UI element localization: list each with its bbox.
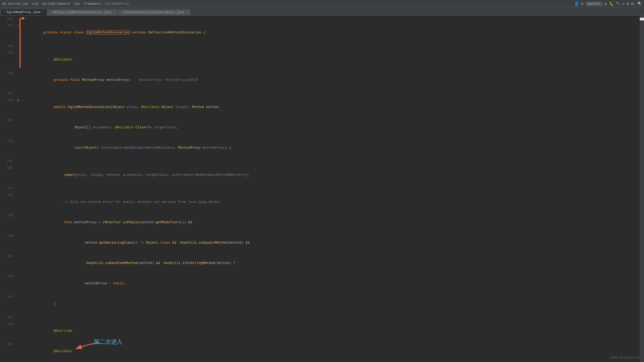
tab-label-cglib: CglibAopProxy.java (7, 10, 41, 14)
tab-close-reflective[interactable]: ✕ (113, 11, 115, 14)
bookmark-icon: @ (17, 97, 19, 104)
tab-icon-cglib: C (4, 11, 6, 14)
code-line-729: 729 @Nullable (0, 50, 640, 70)
config-name: AopTest (585, 2, 603, 6)
tab-label-reflective: ReflectiveMethodInvocation.java (53, 11, 111, 14)
tab-expose[interactable]: C ExposeInvocationInterceptor.java ✕ (118, 9, 190, 15)
breadcrumb-framework: framework (84, 2, 101, 6)
code-line-735: 735 (0, 158, 640, 165)
right-scrollbar[interactable]: 📖 (640, 16, 644, 362)
red-arrow-svg (49, 342, 102, 351)
up-arrow-icon: ↑ (17, 22, 20, 29)
code-area[interactable]: 726 */ 727 ↑ private static class CglibM… (0, 16, 640, 362)
code-line-736: 736 super(proxy, target, method, argumen… (0, 165, 640, 185)
code-line-727: 727 ↑ private static class CglibMethodIn… (0, 22, 640, 43)
code-line-738: 738 // Only use method proxy for public … (0, 192, 640, 212)
user-icon: 👤 (574, 1, 579, 7)
code-line-731: 731 (0, 90, 640, 97)
breadcrumb-jar: aE-sources.jar (2, 2, 28, 6)
code-line-728: 728 (0, 43, 640, 50)
run-button[interactable]: ▶ (605, 1, 608, 7)
code-line-745: 745 @Override (0, 321, 640, 341)
code-line-730: 730 private final MethodProxy methodProx… (0, 70, 640, 90)
code-line-733: 733 Object[] arguments, @Nullable Class<… (0, 117, 640, 138)
watermark: CSDN @不知名的文坤 (610, 355, 640, 360)
code-line-734: 734 List<Object> interceptorsAndDynamicM… (0, 138, 640, 158)
code-line-732: 732 @ public CglibMethodInvocation(Objec… (0, 97, 640, 117)
toolbar-right: 👤 ⚙ AopTest ▶ 🐛 🔨 ↻ ■ A↔ 🔍 (574, 1, 642, 7)
code-line-746: 746 @Nullable 第二次进入 (0, 341, 640, 362)
book-icon: 📖 (639, 17, 644, 22)
tab-label-expose: ExposeInvocationInterceptor.java (124, 11, 184, 14)
code-line-737: 737 (0, 185, 640, 192)
code-line-742: 742 methodProxy : null); (0, 273, 640, 294)
breadcrumb-org: org (32, 2, 38, 6)
code-line-740: 740 method.getDeclaringClass() != Object… (0, 233, 640, 253)
debug-button[interactable]: 🐛 (609, 2, 614, 6)
code-line-744: 744 (0, 314, 640, 321)
top-bar: aE-sources.jar › org › springframework ›… (0, 0, 644, 8)
code-line-743: 743 } (0, 294, 640, 314)
settings-icon[interactable]: ⚙ (581, 2, 583, 6)
search-button[interactable]: 🔍 (637, 2, 642, 6)
code-line-739: 739 this.methodProxy = (Modifier.isPubli… (0, 212, 640, 233)
tab-bar: C CglibAopProxy.java ✕ C ReflectiveMetho… (0, 8, 644, 16)
breadcrumb-aop: aop (74, 2, 80, 6)
tab-close-cglib[interactable]: ✕ (42, 11, 44, 14)
tab-reflective[interactable]: C ReflectiveMethodInvocation.java ✕ (47, 9, 118, 15)
build-button[interactable]: 🔨 (616, 2, 620, 6)
tab-cglib[interactable]: C CglibAopProxy.java ✕ (1, 9, 47, 15)
tab-icon-expose: C (121, 11, 123, 14)
tab-icon-reflective: C (50, 11, 52, 14)
code-line-726: 726 */ (0, 16, 640, 22)
breadcrumb-class: CglibAopProxy (104, 2, 129, 6)
refresh-button[interactable]: ↻ (622, 2, 624, 6)
tab-close-expose[interactable]: ✕ (186, 11, 188, 14)
editor: 726 */ 727 ↑ private static class CglibM… (0, 16, 644, 362)
translate-icon[interactable]: A↔ (631, 2, 635, 6)
breadcrumb-springframework: springframework (42, 2, 70, 6)
breadcrumb: aE-sources.jar › org › springframework ›… (2, 2, 574, 6)
stop-button[interactable]: ■ (627, 2, 629, 6)
code-line-741: 741 !AopUtils.isHashCodeMethod(method) &… (0, 253, 640, 273)
